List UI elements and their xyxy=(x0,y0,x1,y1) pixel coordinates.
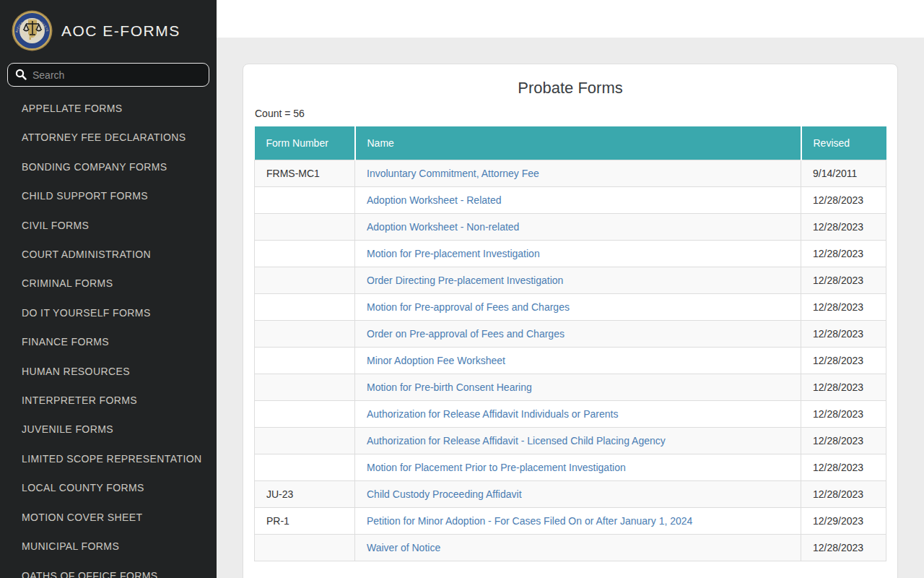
form-number-cell xyxy=(255,454,355,481)
sidebar-item[interactable]: MOTION COVER SHEET xyxy=(0,503,217,532)
form-link[interactable]: Authorization for Release Affidavit - Li… xyxy=(367,435,666,447)
form-number-cell xyxy=(255,428,355,454)
forms-table: Form Number Name Revised FRMS-MC1Involun… xyxy=(254,126,886,561)
revised-date-cell: 12/28/2023 xyxy=(801,428,886,454)
form-link[interactable]: Adoption Worksheet - Related xyxy=(367,194,502,206)
revised-date-cell: 12/28/2023 xyxy=(801,454,886,481)
table-row: Authorization for Release Affidavit Indi… xyxy=(255,401,886,428)
page-title: Probate Forms xyxy=(254,79,886,98)
form-name-cell: Order Directing Pre-placement Investigat… xyxy=(355,267,801,294)
form-link[interactable]: Minor Adoption Fee Worksheet xyxy=(367,355,505,366)
form-number-cell xyxy=(255,267,355,294)
form-link[interactable]: Authorization for Release Affidavit Indi… xyxy=(367,408,618,420)
table-row: Motion for Pre-placement Investigation12… xyxy=(255,241,886,267)
form-link[interactable]: Motion for Placement Prior to Pre-placem… xyxy=(367,462,626,473)
sidebar-nav: APPELLATE FORMSATTORNEY FEE DECLARATIONS… xyxy=(0,94,217,578)
table-row: Authorization for Release Affidavit - Li… xyxy=(255,428,886,454)
sidebar-item[interactable]: HUMAN RESOURCES xyxy=(0,357,217,386)
sidebar-item[interactable]: APPELLATE FORMS xyxy=(0,94,217,123)
sidebar-item[interactable]: JUVENILE FORMS xyxy=(0,415,217,444)
form-number-cell: PR-1 xyxy=(255,508,355,535)
form-link[interactable]: Order Directing Pre-placement Investigat… xyxy=(367,275,563,286)
revised-date-cell: 12/28/2023 xyxy=(801,481,886,508)
form-link[interactable]: Adoption Worksheet - Non-related xyxy=(367,221,519,233)
table-row: Waiver of Notice12/28/2023 xyxy=(255,535,886,561)
form-number-cell xyxy=(255,401,355,428)
form-name-cell: Adoption Worksheet - Non-related xyxy=(355,214,801,241)
table-row: Order Directing Pre-placement Investigat… xyxy=(255,267,886,294)
brand-header: UNIFIED JUDICIAL SYSTEM STATE OF ALABAMA… xyxy=(0,0,217,59)
sidebar-item[interactable]: INTERPRETER FORMS xyxy=(0,386,217,415)
form-number-cell xyxy=(255,321,355,348)
sidebar-item[interactable]: CHILD SUPPORT FORMS xyxy=(0,181,217,210)
form-link[interactable]: Motion for Pre-placement Investigation xyxy=(367,248,540,259)
revised-date-cell: 12/28/2023 xyxy=(801,241,886,267)
table-row: Motion for Placement Prior to Pre-placem… xyxy=(255,454,886,481)
form-name-cell: Order on Pre-approval of Fees and Charge… xyxy=(355,321,801,348)
search-box xyxy=(7,63,209,87)
column-header-form-number: Form Number xyxy=(255,126,355,160)
probate-forms-card: Probate Forms Count = 56 Form Number Nam… xyxy=(243,64,898,578)
form-link[interactable]: Waiver of Notice xyxy=(367,542,440,553)
form-link[interactable]: Order on Pre-approval of Fees and Charge… xyxy=(367,328,565,340)
table-header-row: Form Number Name Revised xyxy=(255,126,886,160)
form-name-cell: Child Custody Proceeding Affidavit xyxy=(355,481,801,508)
table-row: PR-1Petition for Minor Adoption - For Ca… xyxy=(255,508,886,535)
sidebar-item[interactable]: OATHS OF OFFICE FORMS xyxy=(0,561,217,578)
table-row: FRMS-MC1Involuntary Commitment, Attorney… xyxy=(255,160,886,187)
form-number-cell xyxy=(255,241,355,267)
main-area: Probate Forms Count = 56 Form Number Nam… xyxy=(217,0,924,578)
form-name-cell: Adoption Worksheet - Related xyxy=(355,187,801,214)
table-row: Adoption Worksheet - Related12/28/2023 xyxy=(255,187,886,214)
revised-date-cell: 9/14/2011 xyxy=(801,160,886,187)
table-row: Adoption Worksheet - Non-related12/28/20… xyxy=(255,214,886,241)
count-label: Count = 56 xyxy=(255,108,886,119)
form-link[interactable]: Motion for Pre-approval of Fees and Char… xyxy=(367,301,570,313)
form-name-cell: Involuntary Commitment, Attorney Fee xyxy=(355,160,801,187)
alabama-judicial-seal-logo: UNIFIED JUDICIAL SYSTEM STATE OF ALABAMA xyxy=(12,10,53,51)
form-link[interactable]: Petition for Minor Adoption - For Cases … xyxy=(367,515,692,527)
table-row: Motion for Pre-birth Consent Hearing12/2… xyxy=(255,374,886,401)
form-name-cell: Petition for Minor Adoption - For Cases … xyxy=(355,508,801,535)
sidebar-item[interactable]: LOCAL COUNTY FORMS xyxy=(0,473,217,502)
revised-date-cell: 12/28/2023 xyxy=(801,294,886,321)
form-name-cell: Minor Adoption Fee Worksheet xyxy=(355,348,801,374)
column-header-name: Name xyxy=(355,126,801,160)
content-area: Probate Forms Count = 56 Form Number Nam… xyxy=(217,38,924,578)
form-name-cell: Motion for Pre-birth Consent Hearing xyxy=(355,374,801,401)
sidebar-item[interactable]: DO IT YOURSELF FORMS xyxy=(0,298,217,327)
sidebar-item[interactable]: CRIMINAL FORMS xyxy=(0,269,217,298)
top-navbar xyxy=(217,0,924,38)
form-link[interactable]: Involuntary Commitment, Attorney Fee xyxy=(367,168,539,179)
sidebar-item[interactable]: MUNICIPAL FORMS xyxy=(0,532,217,561)
forms-table-body: FRMS-MC1Involuntary Commitment, Attorney… xyxy=(255,160,886,561)
form-number-cell xyxy=(255,535,355,561)
table-row: Minor Adoption Fee Worksheet12/28/2023 xyxy=(255,348,886,374)
search-input[interactable] xyxy=(7,63,209,87)
sidebar-item[interactable]: CIVIL FORMS xyxy=(0,211,217,240)
form-number-cell: FRMS-MC1 xyxy=(255,160,355,187)
table-row: JU-23Child Custody Proceeding Affidavit1… xyxy=(255,481,886,508)
form-number-cell xyxy=(255,294,355,321)
revised-date-cell: 12/29/2023 xyxy=(801,508,886,535)
sidebar-item[interactable]: ATTORNEY FEE DECLARATIONS xyxy=(0,123,217,152)
sidebar-item[interactable]: COURT ADMINISTRATION xyxy=(0,240,217,269)
form-link[interactable]: Child Custody Proceeding Affidavit xyxy=(367,488,522,500)
revised-date-cell: 12/28/2023 xyxy=(801,187,886,214)
revised-date-cell: 12/28/2023 xyxy=(801,348,886,374)
sidebar-item[interactable]: LIMITED SCOPE REPRESENTATION xyxy=(0,444,217,473)
revised-date-cell: 12/28/2023 xyxy=(801,214,886,241)
form-name-cell: Motion for Pre-placement Investigation xyxy=(355,241,801,267)
form-name-cell: Waiver of Notice xyxy=(355,535,801,561)
revised-date-cell: 12/28/2023 xyxy=(801,267,886,294)
form-number-cell xyxy=(255,374,355,401)
form-link[interactable]: Motion for Pre-birth Consent Hearing xyxy=(367,381,532,393)
form-number-cell xyxy=(255,348,355,374)
table-row: Order on Pre-approval of Fees and Charge… xyxy=(255,321,886,348)
form-number-cell: JU-23 xyxy=(255,481,355,508)
table-row: Motion for Pre-approval of Fees and Char… xyxy=(255,294,886,321)
sidebar-item[interactable]: FINANCE FORMS xyxy=(0,327,217,356)
form-name-cell: Authorization for Release Affidavit Indi… xyxy=(355,401,801,428)
form-name-cell: Authorization for Release Affidavit - Li… xyxy=(355,428,801,454)
sidebar-item[interactable]: BONDING COMPANY FORMS xyxy=(0,152,217,181)
